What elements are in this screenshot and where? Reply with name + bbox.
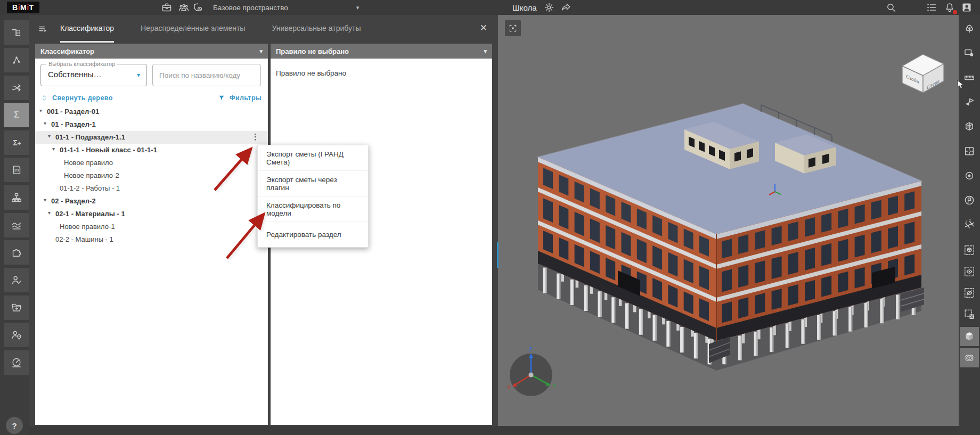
help-button[interactable]: ? — [6, 417, 23, 434]
context-menu-item[interactable]: Классифицировать по модели — [258, 196, 368, 221]
tree-row[interactable]: 02-2 - Машины - 1 — [35, 233, 268, 246]
svg-text:2: 2 — [969, 219, 970, 221]
tree-row[interactable]: ▾01-1-1 - Новый класс - 01-1-1 — [35, 144, 268, 157]
tree-row[interactable]: 01-1-2 - Работы - 1 — [35, 182, 268, 195]
rule-panel-header[interactable]: Правило не выбрано ▾ — [271, 44, 492, 59]
team-icon[interactable] — [178, 2, 190, 13]
close-panel-button[interactable]: ✕ — [480, 22, 487, 34]
tree-expand-caret[interactable]: ▾ — [48, 210, 51, 216]
tool-environment-tree[interactable] — [960, 19, 979, 38]
tool-section-box[interactable] — [960, 117, 979, 136]
tool-frame-cube[interactable] — [960, 241, 979, 260]
tool-solid-cube[interactable] — [960, 327, 979, 346]
focus-point-icon — [963, 170, 975, 182]
context-menu-item[interactable]: Редактировать раздел — [258, 221, 368, 247]
tool-sigma[interactable]: Σ — [4, 103, 29, 127]
tree-expand-caret[interactable]: ▾ — [52, 146, 55, 152]
focus-frame-icon[interactable] — [505, 20, 521, 36]
rule-empty-text: Правило не выбрано — [271, 59, 492, 88]
tool-user-location[interactable] — [4, 323, 29, 347]
tool-gauge[interactable] — [4, 350, 29, 375]
tree-row[interactable]: ▾02 - Раздел-2 — [35, 195, 268, 208]
tree-row[interactable]: ▾001 - Раздел-01 — [35, 105, 268, 118]
tool-orbit[interactable] — [960, 348, 979, 367]
tool-sigma-plus[interactable]: Σ — [4, 130, 29, 155]
share-icon[interactable] — [560, 2, 572, 13]
tool-org-chart[interactable] — [4, 185, 29, 210]
tree-expand-caret[interactable]: ▾ — [44, 197, 46, 203]
tool-plugin-puzzle[interactable] — [4, 240, 29, 265]
tree-expand-caret[interactable]: ▾ — [48, 133, 51, 139]
tree-row[interactable]: Новое правило — [35, 157, 268, 169]
app-logo[interactable]: BiMiT — [7, 2, 39, 13]
tool-dimensions[interactable]: 12 — [960, 215, 979, 234]
settings-gear-icon[interactable] — [543, 2, 555, 13]
flag-icon — [963, 194, 975, 206]
tree-row[interactable]: Новое правило-2 — [35, 169, 268, 182]
tool-flip-flash[interactable] — [960, 93, 979, 112]
account-avatar-icon[interactable] — [961, 2, 973, 13]
tool-select-object[interactable] — [960, 44, 979, 63]
floorplan-icon — [963, 145, 975, 157]
shuffle-icon — [11, 82, 22, 94]
tool-trend-lines[interactable] — [4, 213, 29, 237]
tool-user-check[interactable] — [4, 268, 29, 292]
tree-expand-caret[interactable]: ▾ — [39, 108, 42, 113]
svg-text:Σ: Σ — [13, 139, 17, 147]
workspace-select[interactable]: Базовое пространство ▾ — [213, 0, 359, 15]
topbar: BiMiT Базовое пространство ▾ Школа — [0, 0, 980, 15]
tool-shuffle[interactable] — [4, 76, 29, 100]
shield-clock-icon[interactable] — [192, 2, 203, 13]
tool-folder-share[interactable] — [4, 296, 29, 320]
search-icon[interactable] — [885, 2, 897, 13]
tree-row[interactable]: ▾01 - Раздел-1 — [35, 118, 268, 131]
context-menu-item[interactable]: Экспорт сметы через плагин — [258, 170, 368, 196]
tool-floorplan[interactable] — [960, 142, 979, 161]
tool-sheet-2d[interactable]: 2D — [4, 158, 29, 182]
panel-resize-handle[interactable] — [497, 242, 499, 268]
tree-row[interactable]: ▾02-1 - Материалы - 1 — [35, 208, 268, 220]
classifier-tree: ▾001 - Раздел-01▾01 - Раздел-1▾01-1 - По… — [35, 105, 268, 246]
kebab-menu-icon[interactable]: ⋮ — [251, 132, 259, 142]
tool-ruler[interactable] — [960, 68, 979, 87]
tool-frame-eye[interactable] — [960, 262, 979, 281]
classifier-select[interactable]: Выбрать классификатор Собственны… ▾ — [40, 64, 147, 86]
plugin-puzzle-icon — [11, 247, 22, 258]
context-menu-item[interactable]: Экспорт сметы (ГРАНД Смета) — [258, 145, 368, 170]
tree-node-label: 001 - Раздел-01 — [47, 108, 99, 116]
list-menu-icon[interactable] — [926, 2, 937, 13]
sidebar-toggle-icon[interactable] — [37, 23, 50, 36]
tool-flag[interactable] — [960, 191, 979, 210]
chevron-down-icon: ▾ — [259, 48, 263, 55]
projects-briefcase-icon[interactable] — [161, 2, 173, 13]
tree-node-label: 02 - Раздел-2 — [51, 197, 96, 205]
tool-frame-clear[interactable] — [960, 305, 979, 324]
tool-geometry-path[interactable] — [4, 48, 29, 72]
collapse-tree-button[interactable]: Свернуть дерево — [40, 94, 113, 102]
geometry-path-icon — [11, 54, 22, 66]
tree-row[interactable]: Новое правило-1 — [35, 220, 268, 233]
tab-0[interactable]: Классификатор — [60, 15, 114, 43]
classifier-panel-header[interactable]: Классификатор ▾ — [35, 44, 268, 59]
tree-row[interactable]: ▾01-1 - Подраздел-1.1⋮ — [35, 131, 268, 144]
notifications-bell-icon[interactable] — [944, 2, 956, 13]
sigma-icon: Σ — [11, 109, 22, 121]
tool-focus-point[interactable] — [960, 166, 979, 185]
tab-2[interactable]: Универсальные атрибуты — [272, 15, 361, 43]
flip-flash-icon — [963, 96, 975, 108]
viewport-3d[interactable]: СзадиСлеваZXY — [498, 15, 959, 426]
environment-tree-icon — [963, 23, 975, 35]
tool-frame-eye-off[interactable] — [960, 283, 979, 302]
collapse-tree-label: Свернуть дерево — [52, 94, 113, 102]
select-object-icon — [963, 47, 975, 59]
workspace-label: Базовое пространство — [213, 4, 288, 12]
tab-1[interactable]: Нераспределённые элементы — [141, 15, 245, 43]
filters-button[interactable]: Фильтры — [218, 94, 262, 102]
view-cube[interactable]: СзадиСлева — [902, 54, 944, 93]
tool-model-structure[interactable] — [4, 20, 29, 45]
frame-cube-icon — [963, 244, 975, 256]
search-input[interactable] — [152, 64, 261, 86]
gauge-icon — [11, 357, 22, 368]
tree-expand-caret[interactable]: ▾ — [44, 120, 46, 126]
axis-gizmo[interactable]: ZXY — [507, 347, 556, 396]
